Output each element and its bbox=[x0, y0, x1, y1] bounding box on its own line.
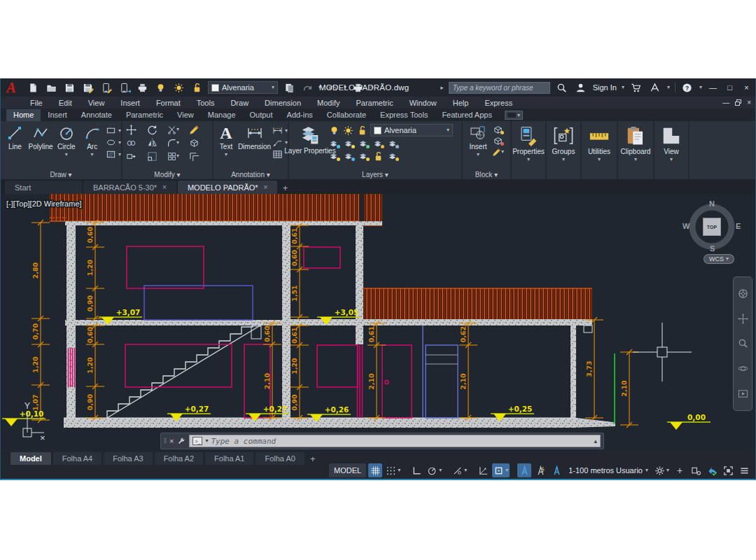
command-line[interactable]: ⁞⁞ × >_ ▾ Type a command ▴ bbox=[160, 433, 604, 449]
layer-off-icon[interactable] bbox=[328, 150, 340, 162]
apps-dropdown[interactable]: ▾ bbox=[667, 85, 670, 90]
command-line-close-icon[interactable]: × bbox=[169, 437, 174, 445]
arc-button[interactable]: Arc▾ bbox=[79, 121, 105, 160]
circle-button[interactable]: Circle▾ bbox=[54, 121, 80, 160]
plot-button[interactable] bbox=[135, 80, 149, 94]
panel-utilities[interactable]: Utilities▾ bbox=[582, 121, 618, 179]
command-line-grip[interactable]: ⁞⁞ bbox=[164, 438, 166, 444]
menu-file[interactable]: File bbox=[30, 99, 43, 107]
isolate-objects-toggle[interactable] bbox=[689, 463, 703, 477]
open-file-button[interactable] bbox=[44, 80, 58, 94]
line-button[interactable]: Line bbox=[2, 121, 28, 160]
viewcube-west[interactable]: W bbox=[682, 222, 690, 230]
menu-parametric[interactable]: Parametric bbox=[356, 99, 393, 107]
panel-draw-title[interactable]: Draw ▾ bbox=[1, 171, 121, 178]
panel-modify-title[interactable]: Modify ▾ bbox=[122, 171, 212, 178]
viewport-controls-label[interactable]: [-][Top][2D Wireframe] bbox=[6, 200, 82, 208]
annotation-visibility-toggle[interactable] bbox=[517, 463, 531, 477]
move-icon[interactable] bbox=[125, 124, 137, 135]
object-snap-tracking-toggle[interactable] bbox=[476, 463, 490, 477]
annotation-monitor-plus[interactable]: + bbox=[673, 463, 687, 477]
minimize-button[interactable]: — bbox=[707, 83, 719, 92]
layer-thaw-icon[interactable] bbox=[172, 80, 186, 94]
menu-view[interactable]: View bbox=[88, 99, 105, 107]
graphics-performance-toggle[interactable] bbox=[705, 463, 719, 477]
layer-unlock-icon[interactable] bbox=[356, 125, 368, 136]
tab-parametric[interactable]: Parametric bbox=[119, 109, 170, 121]
ribbon-display-options-button[interactable]: ▾ bbox=[505, 111, 523, 120]
save-to-mobile-button[interactable]: ➜ bbox=[117, 80, 131, 94]
layout-tab-model[interactable]: Model bbox=[10, 452, 51, 465]
ortho-toggle[interactable] bbox=[410, 463, 424, 477]
viewcube-east[interactable]: E bbox=[736, 222, 741, 230]
menu-tools[interactable]: Tools bbox=[197, 99, 215, 107]
tab-add-ins[interactable]: Add-ins bbox=[280, 109, 320, 121]
layer-on-icon[interactable] bbox=[328, 125, 340, 136]
wcs-menu[interactable]: WCS▾ bbox=[704, 254, 734, 264]
navigation-wheel-icon[interactable] bbox=[738, 288, 748, 299]
search-input[interactable]: Type a keyword or phrase bbox=[449, 82, 550, 94]
layer-states-icon[interactable] bbox=[387, 138, 399, 149]
workspace-switching-gear[interactable]: ▾ bbox=[653, 463, 671, 477]
close-button[interactable]: × bbox=[741, 83, 752, 92]
fillet-icon[interactable]: ▾ bbox=[167, 137, 179, 148]
viewcube[interactable]: N W E S TOP bbox=[680, 201, 743, 255]
edit-block-icon[interactable] bbox=[492, 135, 504, 146]
panel-annotation-title[interactable]: Annotation ▾ bbox=[214, 171, 288, 178]
dimension-button[interactable]: Dimension bbox=[237, 121, 272, 160]
app-store-cart-icon[interactable] bbox=[629, 80, 643, 94]
layout-tab-folha-a0[interactable]: Folha A0 bbox=[255, 452, 304, 465]
tab-manage[interactable]: Manage bbox=[201, 109, 243, 121]
tab-view[interactable]: View bbox=[170, 109, 201, 121]
model-space-canvas[interactable]: 2,800,701,201,070,601,200,900,601,200,90… bbox=[1, 194, 755, 451]
linear-dimension-icon[interactable] bbox=[272, 125, 284, 136]
autodesk-apps-icon[interactable] bbox=[648, 80, 662, 94]
panel-view[interactable]: View▾ bbox=[654, 121, 690, 179]
panel-groups[interactable]: Groups▾ bbox=[547, 121, 582, 179]
layer-thaw-icon[interactable] bbox=[342, 125, 354, 136]
command-line-wrench-icon[interactable] bbox=[177, 437, 186, 445]
new-drawing-tab-button[interactable]: + bbox=[279, 181, 291, 194]
save-as-button[interactable] bbox=[80, 80, 94, 94]
block-attributes-icon[interactable]: ▾ bbox=[492, 146, 504, 158]
layout-tab-folha-a4[interactable]: Folha A4 bbox=[53, 452, 102, 465]
doc-minimize-button[interactable]: — bbox=[722, 99, 729, 106]
navigation-bar[interactable] bbox=[733, 276, 752, 411]
file-tab-modelo-padrao[interactable]: MODELO PADRÃO*× bbox=[178, 181, 278, 194]
qat-layer-combo[interactable]: Alvenaria ▾ bbox=[208, 81, 278, 94]
tab-express-tools[interactable]: Express Tools bbox=[373, 109, 435, 121]
snap-toggle[interactable]: ▾ bbox=[384, 463, 402, 477]
insert-block-button[interactable]: Insert▾ bbox=[464, 121, 492, 158]
customization-menu[interactable] bbox=[737, 463, 751, 477]
close-icon[interactable]: × bbox=[162, 183, 167, 191]
layer-unlock2-icon[interactable] bbox=[372, 150, 384, 162]
search-icon[interactable] bbox=[555, 80, 569, 94]
trim-icon[interactable]: ▾ bbox=[167, 124, 179, 135]
polar-tracking-toggle[interactable]: ▾ bbox=[426, 463, 443, 477]
showmotion-icon[interactable] bbox=[738, 388, 748, 399]
offset-icon[interactable] bbox=[188, 150, 200, 162]
orbit-icon[interactable] bbox=[738, 363, 748, 374]
table-icon[interactable] bbox=[272, 149, 284, 160]
rotate-icon[interactable] bbox=[146, 124, 158, 135]
clean-screen-toggle[interactable] bbox=[721, 463, 735, 477]
command-history-up-icon[interactable]: ▴ bbox=[594, 438, 597, 444]
text-button[interactable]: AText▾ bbox=[215, 121, 237, 160]
panel-properties[interactable]: Properties▾ bbox=[512, 121, 547, 179]
save-button[interactable] bbox=[62, 80, 76, 94]
polyline-button[interactable]: Polyline bbox=[28, 121, 54, 160]
erase-icon[interactable] bbox=[188, 124, 200, 135]
layer-combo[interactable]: Alvenaria ▾ bbox=[370, 124, 453, 136]
layer-lock-icon[interactable] bbox=[372, 138, 384, 149]
viewcube-top-face[interactable]: TOP bbox=[703, 218, 721, 236]
tab-collaborate[interactable]: Collaborate bbox=[320, 109, 373, 121]
doc-restore-button[interactable] bbox=[735, 99, 741, 106]
viewcube-north[interactable]: N bbox=[709, 200, 715, 208]
menu-format[interactable]: Format bbox=[156, 99, 181, 107]
search-history-icon[interactable]: ▸ bbox=[440, 85, 444, 91]
model-space-toggle[interactable]: MODEL bbox=[329, 463, 366, 477]
menu-draw[interactable]: Draw bbox=[230, 99, 248, 107]
close-icon[interactable]: × bbox=[264, 183, 268, 191]
tab-annotate[interactable]: Annotate bbox=[74, 109, 119, 121]
panel-block-title[interactable]: Block ▾ bbox=[463, 171, 510, 178]
